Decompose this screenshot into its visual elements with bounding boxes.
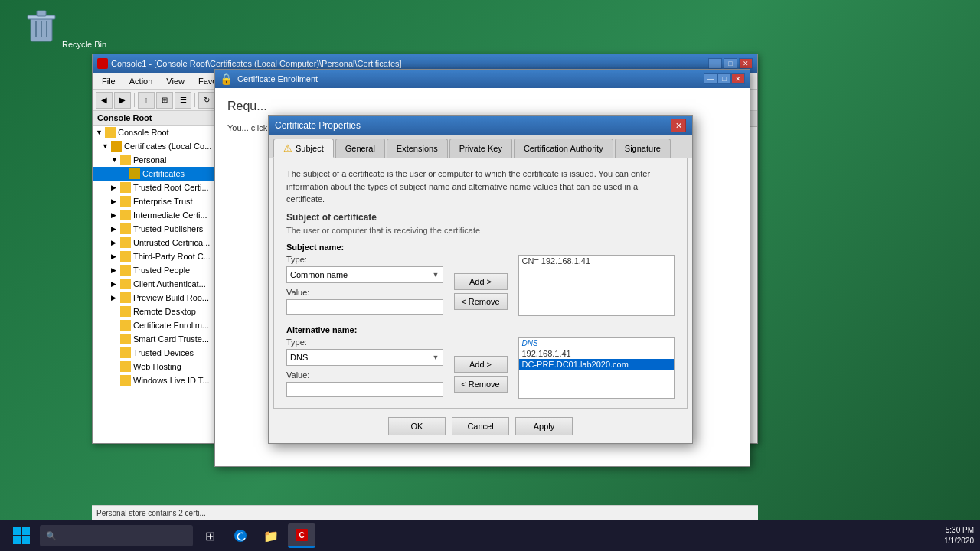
subject-remove-btn[interactable]: < Remove [454, 293, 508, 310]
cert-props-close-btn[interactable]: ✕ [671, 119, 686, 132]
toolbar-forward-btn[interactable]: ▶ [114, 92, 131, 109]
tab-signature[interactable]: Signature [615, 139, 671, 158]
dns-list-box: DNS 192.168.1.41 DC-PRE.DC01.lab2020.com [518, 337, 675, 399]
tree-folder-icon-4 [120, 182, 131, 193]
tree-arrow-2: ▼ [111, 156, 120, 164]
subject-right-panel: CN= 192.168.1.41 [518, 255, 675, 316]
mmc-taskbar-icon: C [295, 528, 309, 542]
cert-enrollment-close[interactable]: ✕ [731, 73, 745, 84]
cert-enrollment-minimize[interactable]: — [704, 73, 717, 84]
cert-props-body: The subject of a certificate is the user… [273, 158, 688, 409]
taskbar-time: 5:30 PM [944, 525, 974, 536]
menu-view[interactable]: View [160, 75, 191, 87]
subject-subtitle: The user or computer that is receiving t… [286, 226, 675, 235]
menu-file[interactable]: File [96, 75, 122, 87]
toolbar-back-btn[interactable]: ◀ [96, 92, 113, 109]
taskbar-task-view-btn[interactable]: ⊞ [196, 523, 224, 548]
cert-info-text: The subject of a certificate is the user… [286, 168, 675, 206]
mmc-minimize-btn[interactable]: — [708, 58, 722, 69]
tree-arrow-8: ▶ [111, 239, 120, 246]
tree-label-17: Web Hosting [133, 362, 181, 371]
tab-subject-label: Subject [296, 144, 324, 153]
tree-arrow-6: ▶ [111, 211, 120, 219]
taskbar-start-btn[interactable] [6, 523, 37, 548]
subject-name-heading: Subject name: [286, 243, 675, 252]
mmc-titlebar-buttons: — □ ✕ [708, 58, 753, 69]
taskbar-clock: 5:30 PM 1/1/2020 [944, 525, 974, 546]
tree-label-16: Trusted Devices [133, 348, 194, 357]
subject-value-item[interactable]: CN= 192.168.1.41 [519, 256, 675, 266]
cert-props-tabs: ⚠ Subject General Extensions Private Key… [269, 135, 692, 158]
tab-extensions[interactable]: Extensions [387, 139, 448, 158]
subject-value-input[interactable] [286, 299, 443, 315]
tree-label-3: Certificates [142, 169, 185, 178]
tab-signature-label: Signature [625, 144, 661, 153]
tab-subject[interactable]: ⚠ Subject [273, 139, 334, 158]
tree-arrow-7: ▶ [111, 225, 120, 233]
type-dropdown-arrow: ▼ [433, 271, 439, 279]
subject-add-btn[interactable]: Add > [454, 273, 508, 290]
edge-icon [234, 529, 247, 543]
toolbar-list-btn[interactable]: ☰ [175, 92, 191, 109]
taskbar-search-box[interactable]: 🔍 [40, 525, 193, 546]
alt-type-label: Type: [286, 337, 443, 347]
tree-arrow-0: ▼ [96, 129, 105, 136]
dns-item-1[interactable]: DC-PRE.DC01.lab2020.com [519, 359, 675, 370]
tree-label-4: Trusted Root Certi... [133, 183, 209, 192]
toolbar-refresh-btn[interactable]: ↻ [198, 92, 215, 109]
recycle-bin-label: Recycle Bin [62, 40, 106, 49]
tree-folder-icon-8 [120, 237, 131, 248]
tree-folder-icon-14 [120, 320, 131, 331]
taskbar-mmc-btn[interactable]: C [288, 523, 315, 548]
cert-enrollment-maximize[interactable]: □ [717, 73, 731, 84]
dns-item-0[interactable]: 192.168.1.41 [519, 348, 675, 359]
subject-of-cert-label: Subject of certificate [286, 212, 675, 223]
tab-certification-authority[interactable]: Certification Authority [514, 139, 613, 158]
tree-label-9: Third-Party Root C... [133, 252, 211, 261]
tree-label-0: Console Root [118, 128, 169, 137]
subject-btn-group: Add > < Remove [449, 255, 512, 316]
subject-name-section: Type: Common name ▼ Value: Add > < Remov… [286, 255, 675, 316]
tab-extensions-label: Extensions [397, 144, 438, 153]
cert-props-footer: OK Cancel Apply [269, 409, 692, 443]
tree-folder-icon-5 [120, 196, 131, 207]
tree-label-11: Client Authenticat... [133, 279, 206, 289]
toolbar-sep2 [194, 93, 195, 107]
tree-folder-icon-2 [120, 155, 131, 165]
mmc-maximize-btn[interactable]: □ [724, 58, 737, 69]
alt-type-dropdown[interactable]: DNS ▼ [286, 349, 443, 366]
toolbar-up-btn[interactable]: ↑ [138, 92, 155, 109]
tab-general[interactable]: General [335, 139, 385, 158]
alt-value-input[interactable] [286, 382, 443, 397]
tree-folder-icon-7 [120, 223, 131, 234]
tab-private-key[interactable]: Private Key [449, 139, 512, 158]
recycle-bin-icon [23, 8, 60, 44]
toolbar-grid-btn[interactable]: ⊞ [156, 92, 173, 109]
alt-remove-btn[interactable]: < Remove [454, 376, 508, 393]
taskbar-edge-btn[interactable] [227, 523, 254, 548]
tree-label-7: Trusted Publishers [133, 224, 203, 233]
taskbar-explorer-btn[interactable]: 📁 [257, 523, 285, 548]
recycle-bin-icon-area[interactable]: Recycle Bin [23, 8, 106, 49]
subject-left-panel: Type: Common name ▼ Value: [286, 255, 443, 316]
menu-action[interactable]: Action [123, 75, 159, 87]
alt-type-arrow: ▼ [433, 354, 439, 361]
mmc-close-btn[interactable]: ✕ [739, 58, 753, 69]
alt-btn-group: Add > < Remove [449, 337, 512, 399]
type-dropdown[interactable]: Common name ▼ [286, 266, 443, 283]
cert-props-titlebar: Certificate Properties ✕ [269, 116, 692, 135]
tab-cert-authority-label: Certification Authority [524, 144, 603, 153]
tree-folder-icon-17 [120, 361, 131, 372]
tab-private-key-label: Private Key [459, 144, 502, 153]
ok-btn[interactable]: OK [388, 417, 446, 435]
cert-enrollment-titlebar: 🔒 Certificate Enrollment — □ ✕ [215, 70, 750, 88]
cert-enrollment-title: Certificate Enrollment [237, 74, 318, 83]
cancel-btn[interactable]: Cancel [452, 417, 509, 435]
tree-folder-icon-10 [120, 265, 131, 276]
subject-warning-icon: ⚠ [283, 142, 292, 154]
tree-label-18: Windows Live ID T... [133, 376, 209, 385]
alt-name-heading: Alternative name: [286, 325, 675, 334]
tree-cert-icon-1 [111, 141, 122, 152]
alt-add-btn[interactable]: Add > [454, 356, 508, 373]
apply-btn[interactable]: Apply [515, 417, 573, 435]
